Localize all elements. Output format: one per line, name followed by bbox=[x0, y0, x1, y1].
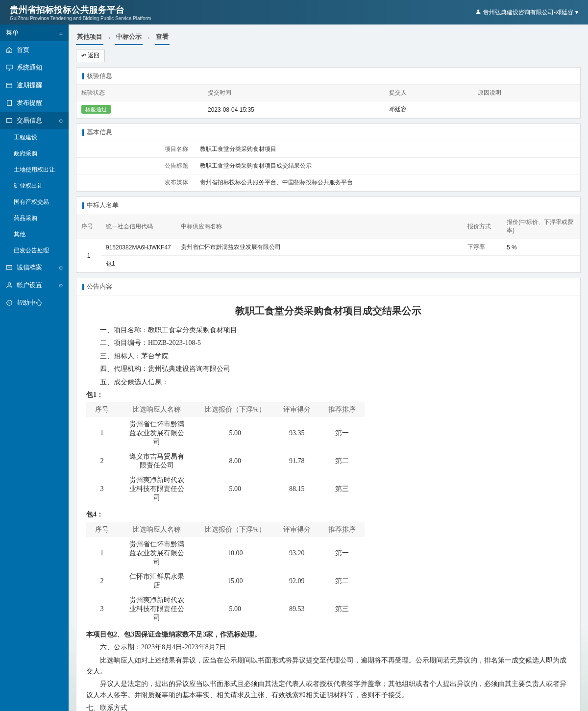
app-subtitle: GuiZhou Province Tendering and Bidding P… bbox=[10, 16, 151, 21]
panel-basic: 基本信息 项目名称教职工食堂分类采购食材项目 公告标题教职工食堂分类采购食材项目… bbox=[76, 123, 581, 192]
text-line: 六、公示期：2023年8月4日-2023年8月7日 bbox=[86, 642, 570, 653]
col-header: 原因说明 bbox=[473, 85, 580, 101]
svg-point-5 bbox=[8, 283, 10, 285]
submenu-item[interactable]: 其他 bbox=[0, 226, 69, 243]
text-paragraph: 异议人是法定的，提出的异议应当以书面形式且必须由其法定代表人或者授权代表签字并盖… bbox=[86, 679, 570, 701]
submenu-item[interactable]: 矿业权出让 bbox=[0, 178, 69, 194]
col-header: 序号 bbox=[76, 214, 101, 239]
sidebar-item-credit[interactable]: 诚信档案⊙ bbox=[0, 259, 69, 276]
cell-price: 5 % bbox=[502, 239, 580, 256]
notice-title: 教职工食堂分类采购食材项目成交结果公示 bbox=[86, 304, 570, 318]
sidebar-menu-header[interactable]: 菜单 ≡ bbox=[0, 25, 69, 41]
text-line: 一、项目名称：教职工食堂分类采购食材项目 bbox=[86, 325, 570, 336]
info-value: 教职工食堂分类采购食材项目 bbox=[194, 141, 580, 157]
cell-no: 1 bbox=[76, 239, 101, 272]
col-header: 统一社会信用代码 bbox=[101, 214, 176, 239]
sidebar: 菜单 ≡ 首页 系统通知 逾期提醒 发布提醒 交易信息⊙ 工程建设 政府采购 土… bbox=[0, 25, 69, 711]
text-line: 五、成交候选人信息： bbox=[86, 377, 570, 388]
app-header: 贵州省招标投标公共服务平台 GuiZhou Province Tendering… bbox=[0, 0, 588, 25]
sidebar-item-notice[interactable]: 系统通知 bbox=[0, 59, 69, 76]
col-header: 核验状态 bbox=[76, 85, 203, 101]
submenu-item[interactable]: 工程建设 bbox=[0, 129, 69, 146]
sidebar-item-overdue[interactable]: 逾期提醒 bbox=[0, 76, 69, 94]
text-paragraph: 比选响应人如对上述结果有异议，应当在公示期间以书面形式将异议提交至代理公司，逾期… bbox=[86, 655, 570, 677]
submenu-item[interactable]: 土地使用权出让 bbox=[0, 162, 69, 178]
cell-person: 邓廷容 bbox=[384, 101, 473, 118]
submenu-trade: 工程建设 政府采购 土地使用权出让 矿业权出让 国有产权交易 药品采购 其他 已… bbox=[0, 129, 69, 259]
chevron-down-icon: ⊙ bbox=[59, 118, 63, 123]
svg-rect-4 bbox=[7, 266, 12, 270]
panel-winners: 中标人名单 序号 统一社会信用代码 中标供应商名称 报价方式 报价(中标价、下浮… bbox=[76, 196, 581, 273]
text-line: 三、招标人：茅台学院 bbox=[86, 351, 570, 362]
info-label: 公告标题 bbox=[76, 158, 194, 174]
table-row: 3贵州爽净新时代农业科技有限责任公司5.0088.15第三 bbox=[86, 473, 365, 505]
main-content: 其他项目› 中标公示› 查看 ↶返回 核验信息 核验状态 提交时间 提交人 原因… bbox=[69, 25, 588, 711]
result-table-pkg4: 序号比选响应人名称比选报价（下浮%）评审得分推荐排序 1贵州省仁怀市黔满益农业发… bbox=[86, 522, 365, 625]
sidebar-item-publish[interactable]: 发布提醒 bbox=[0, 94, 69, 112]
breadcrumb-item[interactable]: 其他项目 bbox=[76, 29, 103, 45]
back-icon: ↶ bbox=[81, 52, 86, 59]
sidebar-item-account[interactable]: 帐户设置⊙ bbox=[0, 276, 69, 294]
breadcrumb-item[interactable]: 中标公示 bbox=[115, 29, 143, 45]
pkg-label: 包4： bbox=[86, 509, 570, 520]
text-line: 七、联系方式 bbox=[86, 703, 570, 711]
status-badge: 核验通过 bbox=[81, 105, 111, 114]
panel-title: 中标人名单 bbox=[76, 197, 580, 214]
info-value: 贵州省招标投标公共服务平台、中国招标投标公共服务平台 bbox=[194, 174, 580, 191]
table-row: 1 91520382MA6HJWKF47 贵州省仁怀市黔满益农业发展有限公司 下… bbox=[76, 239, 580, 256]
submenu-item[interactable]: 已发公告处理 bbox=[0, 243, 69, 259]
cell-method: 下浮率 bbox=[463, 239, 502, 256]
clipboard-icon bbox=[6, 99, 13, 106]
submenu-item[interactable]: 政府采购 bbox=[0, 146, 69, 162]
user-info[interactable]: 贵州弘典建设咨询有限公司-邓廷容 ▾ bbox=[475, 8, 578, 17]
svg-rect-0 bbox=[6, 65, 12, 69]
panel-verify: 核验信息 核验状态 提交时间 提交人 原因说明 核验通过 2023-08-04 … bbox=[76, 67, 581, 119]
breadcrumb-item: 查看 bbox=[155, 29, 170, 45]
cell-name: 贵州省仁怀市黔满益农业发展有限公司 bbox=[176, 239, 463, 256]
col-header: 中标供应商名称 bbox=[176, 214, 463, 239]
sidebar-item-home[interactable]: 首页 bbox=[0, 41, 69, 59]
hamburger-icon: ≡ bbox=[59, 29, 63, 37]
info-label: 项目名称 bbox=[76, 141, 194, 157]
user-name: 贵州弘典建设咨询有限公司-邓廷容 bbox=[483, 8, 573, 17]
archive-icon bbox=[6, 264, 13, 271]
svg-text:?: ? bbox=[8, 301, 10, 305]
cell-reason bbox=[473, 101, 580, 118]
cell-time: 2023-08-04 15:35 bbox=[203, 101, 384, 118]
col-header: 提交时间 bbox=[203, 85, 384, 101]
folder-icon bbox=[6, 117, 13, 124]
home-icon bbox=[6, 47, 13, 53]
panel-content: 公告内容 教职工食堂分类采购食材项目成交结果公示 一、项目名称：教职工食堂分类采… bbox=[76, 278, 581, 711]
table-row: 包1 bbox=[76, 256, 580, 272]
submenu-item[interactable]: 药品采购 bbox=[0, 210, 69, 226]
panel-title: 基本信息 bbox=[76, 124, 580, 141]
cell-pkg: 包1 bbox=[101, 256, 580, 272]
info-value: 教职工食堂分类采购食材项目成交结果公示 bbox=[194, 158, 580, 174]
info-label: 发布媒体 bbox=[76, 174, 194, 191]
panel-title: 公告内容 bbox=[76, 278, 580, 295]
note-line: 本项目包2、包3因保证金缴纳家数不足3家，作流标处理。 bbox=[86, 629, 570, 640]
table-row: 核验通过 2023-08-04 15:35 邓廷容 bbox=[76, 101, 580, 118]
sidebar-item-help[interactable]: ?帮助中心 bbox=[0, 294, 69, 312]
panel-title: 核验信息 bbox=[76, 68, 580, 85]
pkg-label: 包1： bbox=[86, 390, 570, 400]
sidebar-item-trade[interactable]: 交易信息⊙ bbox=[0, 112, 69, 129]
chevron-icon: ⊙ bbox=[59, 283, 63, 288]
text-line: 二、项目编号：HDZB-2023-108-5 bbox=[86, 338, 570, 348]
chevron-down-icon: ▾ bbox=[575, 9, 578, 16]
chevron-icon: ⊙ bbox=[59, 265, 63, 270]
table-row: 2仁怀市汇鲜居水果店15.0092.09第二 bbox=[86, 569, 365, 593]
submenu-item[interactable]: 国有产权交易 bbox=[0, 194, 69, 210]
cell-code: 91520382MA6HJWKF47 bbox=[101, 239, 176, 256]
col-header: 报价(中标价、下浮率或费率) bbox=[502, 214, 580, 239]
back-button[interactable]: ↶返回 bbox=[76, 49, 105, 62]
monitor-icon bbox=[6, 64, 13, 71]
breadcrumb: 其他项目› 中标公示› 查看 bbox=[76, 29, 581, 45]
help-icon: ? bbox=[6, 299, 13, 306]
svg-rect-1 bbox=[7, 83, 12, 88]
user-icon bbox=[475, 9, 481, 16]
result-table-pkg1: 序号比选响应人名称比选报价（下浮%）评审得分推荐排序 1贵州省仁怀市黔满益农业发… bbox=[86, 402, 365, 505]
col-header: 提交人 bbox=[384, 85, 473, 101]
col-header: 报价方式 bbox=[463, 214, 502, 239]
table-row: 2遵义市吉马贸易有限责任公司8.0091.78第二 bbox=[86, 449, 365, 473]
